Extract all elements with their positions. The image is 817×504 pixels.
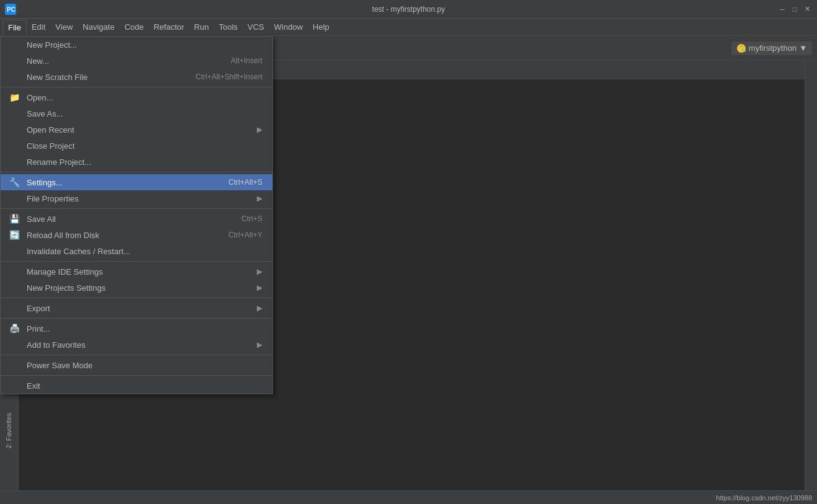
right-sidebar bbox=[805, 61, 817, 490]
manage-ide-arrow-icon: ▶ bbox=[257, 267, 262, 276]
menu-navigate[interactable]: Navigate bbox=[78, 20, 119, 34]
menu-code[interactable]: Code bbox=[120, 20, 149, 34]
menu-item-open-recent[interactable]: Open Recent▶ bbox=[1, 122, 272, 138]
new-scratch-file-shortcut: Ctrl+Alt+Shift+Insert bbox=[195, 73, 262, 81]
close-project-label: Close Project bbox=[27, 141, 262, 151]
new-projects-settings-label: New Projects Settings bbox=[27, 283, 252, 293]
settings-shortcut: Ctrl+Alt+S bbox=[228, 178, 262, 187]
reload-label: Reload All from Disk bbox=[27, 231, 203, 240]
menu-item-new-scratch-file[interactable]: New Scratch FileCtrl+Alt+Shift+Insert bbox=[1, 69, 272, 85]
invalidate-caches-label: Invalidate Caches / Restart... bbox=[27, 247, 262, 256]
menu-item-invalidate-caches[interactable]: Invalidate Caches / Restart... bbox=[1, 243, 272, 259]
menu-item-exit[interactable]: Exit bbox=[1, 378, 272, 394]
file-properties-label: File Properties bbox=[27, 194, 252, 203]
manage-ide-label: Manage IDE Settings bbox=[27, 267, 252, 276]
menu-item-save-as[interactable]: Save As... bbox=[1, 105, 272, 122]
run-config-selector[interactable]: 🐍 myfirstpython ▼ bbox=[731, 42, 812, 55]
svg-text:🐍: 🐍 bbox=[739, 45, 746, 53]
menu-item-power-save-mode[interactable]: Power Save Mode bbox=[1, 357, 272, 373]
print-icon: 🖨️ bbox=[9, 324, 20, 334]
python-icon: 🐍 bbox=[736, 43, 746, 53]
menu-item-print[interactable]: 🖨️Print... bbox=[1, 321, 272, 337]
save-as-label: Save As... bbox=[27, 109, 262, 118]
open-recent-label: Open Recent bbox=[27, 125, 252, 135]
menu-refactor[interactable]: Refactor bbox=[149, 20, 189, 34]
minimize-button[interactable]: ─ bbox=[777, 4, 787, 14]
open-icon: 📁 bbox=[9, 92, 20, 102]
status-url: https://blog.csdn.net/zyy130988 bbox=[716, 494, 812, 502]
menu-edit[interactable]: Edit bbox=[27, 20, 50, 34]
menu-tools[interactable]: Tools bbox=[214, 20, 243, 34]
close-button[interactable]: ✕ bbox=[802, 4, 812, 14]
menu-item-reload[interactable]: 🔄Reload All from DiskCtrl+Alt+Y bbox=[1, 227, 272, 243]
menu-help[interactable]: Help bbox=[308, 20, 334, 34]
menu-item-new-projects-settings[interactable]: New Projects Settings▶ bbox=[1, 280, 272, 296]
export-label: Export bbox=[27, 304, 252, 313]
reload-shortcut: Ctrl+Alt+Y bbox=[228, 231, 262, 239]
maximize-button[interactable]: □ bbox=[790, 4, 800, 14]
save-all-label: Save All bbox=[27, 214, 217, 224]
power-save-mode-label: Power Save Mode bbox=[27, 361, 262, 370]
menu-view[interactable]: View bbox=[50, 20, 78, 34]
menu-vcs[interactable]: VCS bbox=[243, 20, 269, 34]
print-label: Print... bbox=[27, 324, 262, 334]
menu-divider bbox=[1, 87, 272, 87]
run-config-label: myfirstpython bbox=[749, 43, 797, 53]
menu-item-new[interactable]: New...Alt+Insert bbox=[1, 53, 272, 69]
open-label: Open... bbox=[27, 93, 262, 102]
new-scratch-file-label: New Scratch File bbox=[27, 73, 171, 82]
menu-divider bbox=[1, 172, 272, 172]
menu-item-close-project[interactable]: Close Project bbox=[1, 138, 272, 154]
menu-divider bbox=[1, 375, 272, 376]
menu-bar: File Edit View Navigate Code Refactor Ru… bbox=[0, 19, 817, 36]
file-dropdown-menu: New Project...New...Alt+InsertNew Scratc… bbox=[0, 36, 273, 394]
file-menu-dropdown: New Project...New...Alt+InsertNew Scratc… bbox=[0, 36, 273, 394]
menu-item-export[interactable]: Export▶ bbox=[1, 300, 272, 316]
title-bar: PC test - myfirstpython.py ─ □ ✕ bbox=[0, 0, 817, 19]
svg-text:PC: PC bbox=[7, 6, 16, 13]
new-shortcut: Alt+Insert bbox=[231, 56, 262, 65]
menu-item-manage-ide[interactable]: Manage IDE Settings▶ bbox=[1, 263, 272, 280]
menu-file[interactable]: File bbox=[2, 20, 27, 35]
menu-run[interactable]: Run bbox=[189, 20, 214, 34]
window-controls: ─ □ ✕ bbox=[777, 4, 812, 14]
new-label: New... bbox=[27, 56, 206, 66]
app-logo: PC bbox=[5, 4, 16, 15]
menu-divider bbox=[1, 318, 272, 319]
menu-item-file-properties[interactable]: File Properties▶ bbox=[1, 190, 272, 206]
new-projects-settings-arrow-icon: ▶ bbox=[257, 283, 262, 292]
menu-divider bbox=[1, 208, 272, 209]
add-to-favorites-arrow-icon: ▶ bbox=[257, 340, 262, 349]
new-project-label: New Project... bbox=[27, 40, 262, 50]
exit-label: Exit bbox=[27, 381, 262, 391]
menu-item-settings[interactable]: 🔧Settings...Ctrl+Alt+S bbox=[1, 174, 272, 190]
menu-window[interactable]: Window bbox=[269, 20, 308, 34]
menu-item-add-to-favorites[interactable]: Add to Favorites▶ bbox=[1, 337, 272, 353]
save-all-icon: 💾 bbox=[9, 214, 20, 224]
export-arrow-icon: ▶ bbox=[257, 304, 262, 312]
menu-divider bbox=[1, 355, 272, 355]
menu-item-new-project[interactable]: New Project... bbox=[1, 37, 272, 53]
menu-item-open[interactable]: 📁Open... bbox=[1, 89, 272, 105]
rename-project-label: Rename Project... bbox=[27, 157, 262, 167]
sidebar-tab-favorites[interactable]: 2: Favorites bbox=[2, 408, 15, 453]
menu-item-rename-project[interactable]: Rename Project... bbox=[1, 154, 272, 170]
save-all-shortcut: Ctrl+S bbox=[241, 214, 262, 223]
menu-item-save-all[interactable]: 💾Save AllCtrl+S bbox=[1, 211, 272, 227]
run-config-dropdown-arrow: ▼ bbox=[799, 43, 807, 53]
status-bar: https://blog.csdn.net/zyy130988 bbox=[0, 490, 817, 504]
reload-icon: 🔄 bbox=[9, 230, 20, 240]
menu-divider bbox=[1, 298, 272, 298]
settings-icon: 🔧 bbox=[9, 177, 20, 187]
add-to-favorites-label: Add to Favorites bbox=[27, 340, 252, 350]
file-properties-arrow-icon: ▶ bbox=[257, 194, 262, 203]
window-title: test - myfirstpython.py bbox=[372, 5, 445, 14]
settings-label: Settings... bbox=[27, 178, 203, 187]
menu-divider bbox=[1, 261, 272, 262]
open-recent-arrow-icon: ▶ bbox=[257, 125, 262, 134]
